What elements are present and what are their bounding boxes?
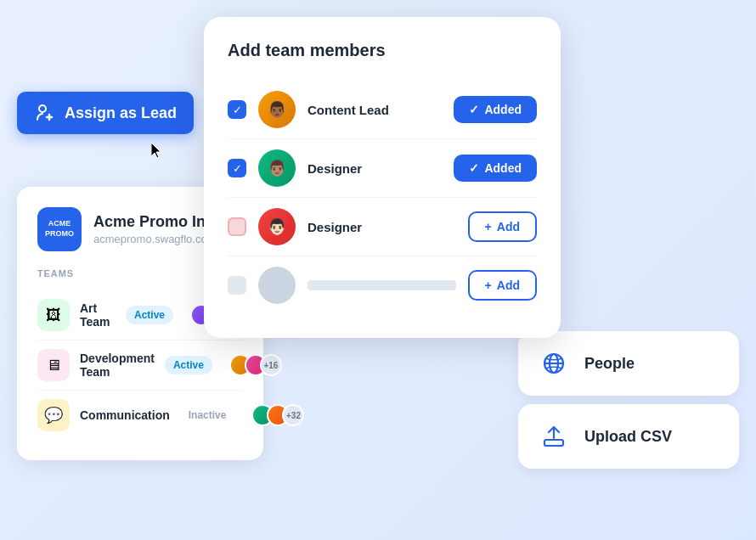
people-card[interactable]: People [518,331,739,396]
member-avatar-3: 👨🏻 [258,208,296,245]
check-icon: ✓ [469,103,479,116]
member-checkbox-4[interactable] [228,276,246,295]
member-name-placeholder [307,280,456,290]
member-name-1: Content Lead [307,103,442,117]
member-name-2: Designer [307,161,442,176]
team-row[interactable]: 💬 Communication Inactive +32 [37,391,243,440]
person-assign-icon [34,102,56,124]
member-avatar-2: 👨🏽 [258,149,296,187]
company-name: Acme Promo Inc [93,213,217,231]
globe-icon [537,346,571,380]
member-row: 👨🏻 Designer + Add [228,198,537,256]
member-row: ✓ 👨🏾 Content Lead ✓ Added [228,81,537,139]
team-row[interactable]: 🖥 Development Team Active +16 [37,340,243,391]
comm-team-name: Communication [80,408,170,422]
right-panel: People Upload CSV [518,331,739,477]
dev-team-name: Development Team [80,352,155,379]
added-button-1[interactable]: ✓ Added [454,96,537,123]
member-name-3: Designer [307,220,456,234]
modal-title: Add team members [228,41,537,60]
member-row: + Add [228,256,537,314]
company-url: acmepromo.swagflo.com [93,233,217,245]
add-team-members-modal: Add team members ✓ 👨🏾 Content Lead ✓ Add… [204,17,561,338]
upload-icon [537,419,571,453]
comm-team-status: Inactive [180,406,235,425]
art-team-icon: 🖼 [37,299,70,331]
member-row: ✓ 👨🏽 Designer ✓ Added [228,139,537,198]
svg-point-0 [39,105,46,112]
member-checkbox-2[interactable]: ✓ [228,159,246,177]
plus-icon: + [485,278,492,292]
added-button-2[interactable]: ✓ Added [454,155,537,182]
add-button-4[interactable]: + Add [468,270,537,301]
dev-team-status: Active [165,356,212,374]
assign-lead-button[interactable]: Assign as Lead [17,92,194,134]
upload-csv-card[interactable]: Upload CSV [518,404,739,469]
add-button-3[interactable]: + Add [468,211,537,242]
assign-lead-label: Assign as Lead [65,104,177,122]
svg-rect-3 [544,440,563,446]
check-icon: ✓ [469,161,479,175]
upload-csv-label: Upload CSV [584,428,672,446]
member-checkbox-1[interactable]: ✓ [228,100,246,119]
member-checkbox-3[interactable] [228,217,246,236]
plus-icon: + [485,220,492,233]
cursor [151,143,165,160]
member-avatar-1: 👨🏾 [258,91,296,128]
art-team-name: Art Team [80,301,116,329]
comm-team-icon: 💬 [37,399,70,431]
people-label: People [584,355,635,373]
member-avatar-4 [258,267,296,304]
dev-team-icon: 🖥 [37,349,70,381]
art-team-status: Active [126,306,173,324]
company-logo: ACMEPROMO [37,207,82,251]
comm-team-avatars: +32 [251,404,304,426]
dev-team-avatars: +16 [229,354,282,376]
